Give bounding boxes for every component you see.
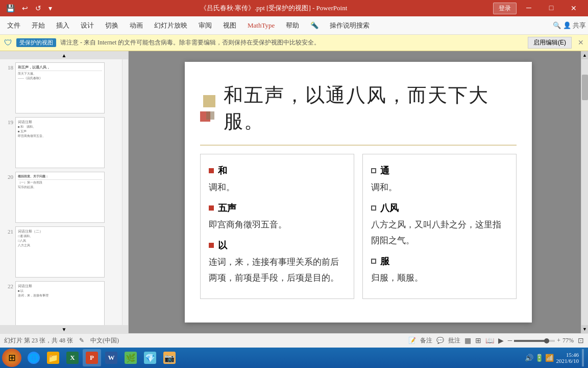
slide-thumbnail-19[interactable]: 19 词语注释 ■ 和 调和。 ■ 五声 即宫商角徵羽五音。 <box>2 116 120 169</box>
scroll-track <box>581 59 588 325</box>
zoom-percent-label: 77% <box>562 337 574 344</box>
menu-animations[interactable]: 动画 <box>125 19 148 32</box>
taskbar-right: 🔊 🔋 📶 15:46 2021/6/10 <box>525 349 586 366</box>
slide-number-18: 18 <box>3 64 13 71</box>
explorer-icon: 📁 <box>47 352 59 364</box>
menu-help[interactable]: 帮助 <box>281 19 304 32</box>
taskbar-app2[interactable]: 💎 <box>141 349 159 366</box>
redo-icon[interactable]: ↺ <box>33 3 43 14</box>
slide-panel-scroll-down[interactable]: ▼ <box>0 325 128 333</box>
save-icon[interactable]: 💾 <box>4 3 17 14</box>
slide-panel: 18 和五声，以通八风， 而天下大服。 ——《吕氏春秋》 19 词语注释 ■ 和… <box>0 59 122 325</box>
slide-canvas[interactable]: 和五声，以通八风，而天下大服。 和 调和。 <box>185 62 532 323</box>
slide-panel-scroll-up[interactable]: ▲ <box>0 51 128 59</box>
bullet-wusheng <box>209 205 214 211</box>
entry-yi-body: 连词，来，连接有事理关系的前后两项，前项是手段，后项是目的。 <box>209 255 346 286</box>
bullet-bafeng <box>371 205 376 211</box>
zoom-control: ─ + 77% <box>508 337 574 344</box>
slide-number-19: 19 <box>3 119 13 125</box>
taskbar-app3[interactable]: 📷 <box>160 349 179 366</box>
undo-icon[interactable]: ↩ <box>20 3 30 14</box>
zoom-thumb[interactable] <box>544 338 549 343</box>
deco-square-3 <box>206 111 214 120</box>
taskbar-app1[interactable]: 🌿 <box>121 349 140 366</box>
menu-transitions[interactable]: 切换 <box>100 19 124 32</box>
protected-bar: 🛡 受保护的视图 请注意 - 来自 Internet 的文件可能包含病毒。除非需… <box>0 35 588 51</box>
menu-view[interactable]: 视图 <box>218 19 241 32</box>
slide-thumb-img-18: 和五声，以通八风， 而天下大服。 ——《吕氏春秋》 <box>15 62 105 113</box>
slide-thumb-img-20: 概括段意、关于问题： （一）第一自然段 写乐的起源。 <box>15 172 105 223</box>
start-button[interactable]: ⊞ <box>2 349 21 367</box>
slide-thumb-img-21: 词语注释（二） □通 调和。 □八风 八方之风 <box>15 226 105 278</box>
show-desktop-button[interactable] <box>582 349 584 366</box>
entry-fu-label: 服 <box>380 253 389 269</box>
maximize-button[interactable]: □ <box>541 0 561 16</box>
enable-editing-button[interactable]: 启用编辑(E) <box>528 37 572 49</box>
menu-home[interactable]: 开始 <box>27 19 50 32</box>
tray-battery-icon: 📶 <box>545 354 554 362</box>
slide-thumbnail-20[interactable]: 20 概括段意、关于问题： （一）第一自然段 写乐的起源。 <box>2 171 120 224</box>
view-normal-button[interactable]: ▦ <box>464 336 471 345</box>
shield-icon: 🛡 <box>4 38 12 48</box>
slide-thumbnail-18[interactable]: 18 和五声，以通八风， 而天下大服。 ——《吕氏春秋》 <box>2 61 120 114</box>
entry-wusheng-label: 五声 <box>218 200 236 216</box>
slide-thumb-img-22: 词语注释 ■ 以 连词，来，连接有事理 <box>15 281 105 325</box>
zoom-minus-button[interactable]: ─ <box>508 337 512 344</box>
menu-slideshow[interactable]: 幻灯片放映 <box>149 19 192 32</box>
menu-review[interactable]: 审阅 <box>193 19 217 32</box>
tray-network-icon: 🔊 <box>525 354 533 362</box>
scroll-down-button[interactable]: ▼ <box>581 325 588 333</box>
entry-tong-label: 通 <box>380 163 389 179</box>
taskbar-excel[interactable]: X <box>63 349 82 366</box>
right-content-box: 通 调和。 八风 八方之风，又叫八卦之分，这里指阴阳之气。 <box>362 154 517 299</box>
comments-icon: 💬 <box>436 337 444 344</box>
zoom-plus-button[interactable]: + <box>557 337 560 344</box>
slide-main-title: 和五声，以通八风，而天下大服。 <box>224 82 517 134</box>
entry-yi-title: 以 <box>209 237 346 254</box>
title-controls: 登录 ─ □ ✕ <box>493 0 584 16</box>
minimize-button[interactable]: ─ <box>519 0 539 16</box>
zoom-slider[interactable] <box>514 340 555 342</box>
search-icon[interactable]: 🔍 <box>553 21 561 30</box>
slide-thumbnail-22[interactable]: 22 词语注释 ■ 以 连词，来，连接有事理 <box>2 280 120 325</box>
scroll-thumb[interactable] <box>582 75 588 100</box>
menu-mathtype[interactable]: MathType <box>242 19 280 32</box>
view-slideshow-button[interactable]: ▶ <box>498 336 504 345</box>
login-button[interactable]: 登录 <box>493 3 517 14</box>
entry-fu-title: 服 <box>371 253 508 269</box>
notes-icon: 📝 <box>408 337 416 344</box>
taskbar-explorer[interactable]: 📁 <box>44 349 62 366</box>
taskbar-ppt[interactable]: P <box>83 349 101 366</box>
slide-title-area: 和五声，以通八风，而天下大服。 <box>200 82 517 134</box>
customize-icon[interactable]: ▾ <box>46 3 54 14</box>
entry-he-title: 和 <box>209 163 346 179</box>
tray-icons: 🔊 🔋 📶 <box>525 354 554 362</box>
entry-he-body: 调和。 <box>209 180 346 196</box>
entry-wusheng-title: 五声 <box>209 200 346 216</box>
protected-bar-close[interactable]: ✕ <box>578 38 584 47</box>
menu-search[interactable]: 操作说明搜索 <box>325 19 375 32</box>
bullet-fu <box>371 259 376 264</box>
statusbar-right: 📝 备注 💬 批注 ▦ ⊞ 📖 ▶ ─ + 77% ⊡ <box>408 336 584 345</box>
menubar: 文件 开始 插入 设计 切换 动画 幻灯片放映 审阅 视图 MathType 帮… <box>0 16 588 35</box>
app3-icon: 📷 <box>163 352 176 364</box>
entry-he: 和 调和。 <box>209 163 346 196</box>
scroll-up-button[interactable]: ▲ <box>581 51 588 59</box>
comments-label: 批注 <box>448 336 460 345</box>
close-button[interactable]: ✕ <box>564 0 584 16</box>
view-reading-button[interactable]: 📖 <box>485 336 494 345</box>
title-left: 💾 ↩ ↺ ▾ <box>4 3 54 14</box>
taskbar-ie[interactable]: 🌐 <box>24 349 43 366</box>
menu-insert[interactable]: 插入 <box>51 19 75 32</box>
share-button[interactable]: 👤 共享 <box>563 21 586 30</box>
entry-yi: 以 连词，来，连接有事理关系的前后两项，前项是手段，后项是目的。 <box>209 237 346 286</box>
menu-design[interactable]: 设计 <box>76 19 99 32</box>
menu-lamp-icon: 🔦 <box>305 19 324 32</box>
fit-to-window-button[interactable]: ⊡ <box>578 336 584 345</box>
taskbar-word[interactable]: W <box>102 349 120 366</box>
view-sorter-button[interactable]: ⊞ <box>475 336 481 345</box>
slide-info: 幻灯片 第 23 张，共 48 张 <box>4 336 73 345</box>
slide-thumbnail-21[interactable]: 21 词语注释（二） □通 调和。 □八风 八方之风 <box>2 225 120 279</box>
entry-he-label: 和 <box>218 163 227 179</box>
menu-file[interactable]: 文件 <box>2 19 26 32</box>
